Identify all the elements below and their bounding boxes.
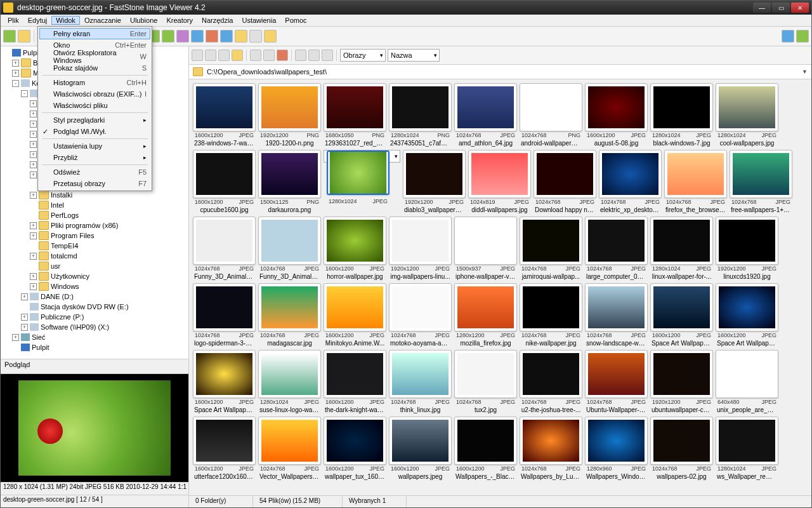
tree-row[interactable]: +Instalki xyxy=(1,190,188,200)
menu-item[interactable]: Pełny ekranEnter xyxy=(39,28,150,39)
thumbnail[interactable]: 1600x1200JPEGcpucube1600.jpg xyxy=(193,150,256,214)
thumbnail[interactable]: 1024x768JPEGu2-the-joshua-tree-... xyxy=(520,350,582,414)
thumbnail[interactable]: 1024x768JPEGfree-wallpapers-1+1... xyxy=(730,150,792,214)
layout-button[interactable] xyxy=(782,30,794,43)
thumbnail[interactable]: 1600x1200JPEGwallpapers.jpeg xyxy=(389,417,452,481)
fullscreen-button[interactable] xyxy=(796,30,809,43)
thumbnail[interactable]: 1920x1200PNG1920-1200-n.png xyxy=(258,83,321,147)
thumbnail[interactable]: 1024x768JPEGmotoko-aoyama-ani... xyxy=(389,283,452,347)
thumbnail[interactable]: 1920x1200JPEGimg-wallpapers-linu... xyxy=(389,217,452,281)
view-detail-icon[interactable] xyxy=(322,50,333,61)
thumbnail[interactable]: 1024x768JPEGWallpapers_by_Lubel... xyxy=(520,417,582,481)
delete-icon[interactable] xyxy=(277,50,288,61)
thumbnail[interactable]: 1024x768JPEGFunny_3D_Animals_... xyxy=(258,217,321,281)
sort-by[interactable]: Nazwa xyxy=(388,49,440,62)
view-thumb-icon[interactable] xyxy=(295,50,306,61)
thumbnail[interactable]: 1600x1200JPEGSpace Art Wallpaper... xyxy=(193,350,256,414)
thumbnail[interactable]: 1024x768JPEGwallpapers-02.jpg xyxy=(650,417,713,481)
menu-item[interactable]: Styl przeglądarki▸ xyxy=(39,114,150,126)
tool-button[interactable] xyxy=(191,30,204,43)
tool-button[interactable] xyxy=(220,30,233,43)
view-list-icon[interactable] xyxy=(308,50,320,61)
thumbnail[interactable]: 1280x1200JPEGmozilla_firefox.jpg xyxy=(454,283,517,347)
tool-button[interactable] xyxy=(235,30,247,43)
nav-up-icon[interactable] xyxy=(218,50,230,61)
menu-item[interactable]: Przetasuj obrazyF7 xyxy=(39,178,150,189)
tree-row[interactable]: usr xyxy=(1,261,188,271)
tree-row[interactable]: +Pliki programów (x86) xyxy=(1,220,188,231)
thumbnail[interactable]: 1024x768JPEGamd_athlon_64.jpg xyxy=(454,83,517,147)
thumbnail[interactable]: 1280x1024JPEGcool-wallpapers.jpg xyxy=(716,83,778,147)
menu-item[interactable]: Właściwości pliku xyxy=(39,100,150,111)
menu-kreatory[interactable]: Kreatory xyxy=(162,16,197,25)
tree-row[interactable]: +Użytkownicy xyxy=(1,271,188,281)
menu-oznaczanie[interactable]: Oznaczanie xyxy=(80,16,126,25)
thumbnail[interactable]: 1024x768JPEGtux2.jpg xyxy=(454,350,517,414)
minimize-button[interactable]: — xyxy=(753,3,771,13)
thumbnail[interactable]: 1500x1125PNGdarkaurora.png xyxy=(258,150,321,214)
thumbnail[interactable]: 1024x768JPEGthink_linux.jpg xyxy=(389,350,452,414)
tree-row[interactable]: +DANE (D:) xyxy=(1,291,188,302)
thumbnail[interactable]: 1600x1200JPEGSpace Art Wallpaper... xyxy=(716,283,778,347)
thumbnail[interactable]: 1280x1024PNG2437435051_c7af6f40... xyxy=(389,83,452,147)
nav-fwd-icon[interactable] xyxy=(205,50,216,61)
tree-row[interactable]: TempEI4 xyxy=(1,241,188,251)
thumbnail[interactable]: 1024x768JPEGelektric_xp_desktop_... xyxy=(599,150,662,214)
thumbnail[interactable]: 1280x1024JPEGdesktop-green-socc... xyxy=(324,150,400,163)
thumbnail[interactable]: 1600x1200JPEGwallpaper_tux_1600.j... xyxy=(324,417,386,481)
copy-icon[interactable] xyxy=(250,50,261,61)
tree-row[interactable]: +totalcmd xyxy=(1,251,188,261)
thumbnail[interactable]: 1024x768JPEGFunny_3D_Animals_... xyxy=(193,217,256,281)
tool-button[interactable] xyxy=(3,30,16,43)
menu-narzędzia[interactable]: Narzędzia xyxy=(197,16,238,25)
menu-ustawienia[interactable]: Ustawienia xyxy=(238,16,281,25)
menu-item[interactable]: HistogramCtrl+H xyxy=(39,77,150,88)
nav-back-icon[interactable] xyxy=(192,50,203,61)
thumbnail[interactable]: 1024x768PNGandroid-wallpaper3,... xyxy=(520,83,582,147)
thumbnail[interactable]: 640x480JPEGunix_people_are_hap... xyxy=(716,350,778,414)
tree-row[interactable]: +Publiczne (P:) xyxy=(1,312,188,322)
thumbnail[interactable]: 1600x1200JPEGhorror-wallpaper.jpg xyxy=(324,217,386,281)
thumbnail[interactable]: 1920x1200JPEGubuntuwallpaper-co... xyxy=(650,350,713,414)
tree-row[interactable]: +Software (\\HP09) (X:) xyxy=(1,322,188,332)
tree-row[interactable]: +Windows xyxy=(1,281,188,291)
thumbnail[interactable]: 1024x768JPEGnike-wallpaper.jpg xyxy=(520,283,582,347)
menu-ulubione[interactable]: Ulubione xyxy=(126,16,162,25)
thumbnail[interactable]: 1024x768JPEGVector_Wallpapers_0... xyxy=(258,417,321,481)
menu-item[interactable]: OdświeżF5 xyxy=(39,166,150,178)
thumbnail[interactable]: 1280x1024JPEGws_Wallpaper_remin... xyxy=(716,417,778,481)
filter-type[interactable]: Obrazy xyxy=(340,49,386,62)
thumbnail[interactable]: 1600x1200JPEGMinitokyo.Anime.W... xyxy=(324,283,386,347)
tree-row[interactable]: Intel xyxy=(1,200,188,210)
thumbnail[interactable]: 1024x768JPEGsnow-landscape-wal... xyxy=(585,283,648,347)
tool-button[interactable] xyxy=(249,30,262,43)
menu-item[interactable]: Ustawienia lupy▸ xyxy=(39,140,150,152)
maximize-button[interactable]: ▭ xyxy=(772,3,790,13)
tool-button[interactable] xyxy=(264,30,277,43)
thumbnail[interactable]: 1680x1050PNG1293631027_red_mot... xyxy=(324,83,386,147)
tree-row[interactable]: Stacja dysków DVD RW (E:) xyxy=(1,302,188,312)
thumbnail[interactable]: 1500x937JPEGiphone-wallpaper-v1... xyxy=(454,217,517,281)
tool-button[interactable] xyxy=(206,30,218,43)
menu-item[interactable]: Właściwości obrazu (EXIF...)I xyxy=(39,88,150,100)
thumbnail[interactable]: 1024x768JPEGlogo-spiderman-3-w... xyxy=(193,283,256,347)
thumbnail[interactable]: 1024x768JPEGlarge_computer_001... xyxy=(585,217,648,281)
tool-button[interactable] xyxy=(18,30,30,43)
thumbnail[interactable]: 1024x768JPEGjamiroquai-wallpap... xyxy=(520,217,582,281)
menu-item[interactable]: ✓Podgląd Wł./Wył. xyxy=(39,126,150,137)
menu-item[interactable]: Przybliż▸ xyxy=(39,152,150,163)
thumbnail[interactable]: 1600x1200JPEGWallpapers_-_Black_... xyxy=(454,417,517,481)
thumbnail[interactable]: 1024x768JPEGUbuntu-Wallpaper-1... xyxy=(585,350,648,414)
thumbnail[interactable]: 1024x768JPEGDownload happy ne... xyxy=(534,150,596,214)
tree-row[interactable]: +Sieć xyxy=(1,332,188,342)
tool-button[interactable] xyxy=(176,30,189,43)
thumbnail[interactable]: 1600x1200JPEGaugust-5-08.jpg xyxy=(585,83,648,147)
thumbnail[interactable]: 1024x768JPEGmadagascar.jpg xyxy=(258,283,321,347)
thumbnail[interactable]: 1024x768JPEGfirefox_the_browser,... xyxy=(664,150,727,214)
fav-icon[interactable] xyxy=(232,50,243,61)
menu-item[interactable]: Pokaz slajdówS xyxy=(39,62,150,74)
thumbnail[interactable]: 1600x1200JPEG238-windows-7-wall... xyxy=(193,83,256,147)
thumbnail[interactable]: 1920x1200JPEGlinuxcds1920.jpg xyxy=(716,217,778,281)
tool-button[interactable] xyxy=(162,30,174,43)
path-dropdown-icon[interactable]: ▼ xyxy=(802,69,808,75)
